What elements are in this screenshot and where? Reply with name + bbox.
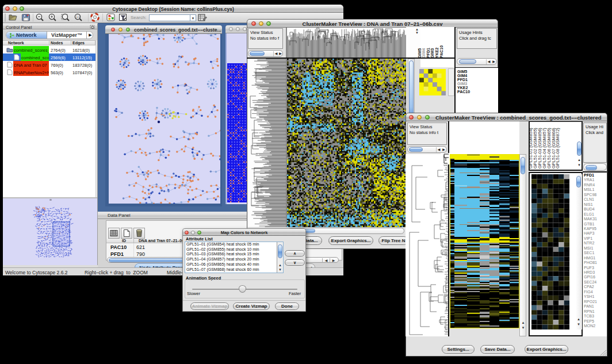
svg-text:PAC10: PAC10 xyxy=(439,45,443,58)
svg-text:GIM3: GIM3 xyxy=(430,48,434,58)
svg-text:YKE2: YKE2 xyxy=(435,48,439,58)
svg-text:GPL51-08 (GSM872): GPL51-08 (GSM872) xyxy=(555,128,560,168)
svg-text:1:1: 1:1 xyxy=(76,16,81,18)
svg-text:GIM4: GIM4 xyxy=(422,48,426,58)
svg-text:PFD1: PFD1 xyxy=(426,48,430,58)
svg-text:GIM5: GIM5 xyxy=(418,48,422,58)
